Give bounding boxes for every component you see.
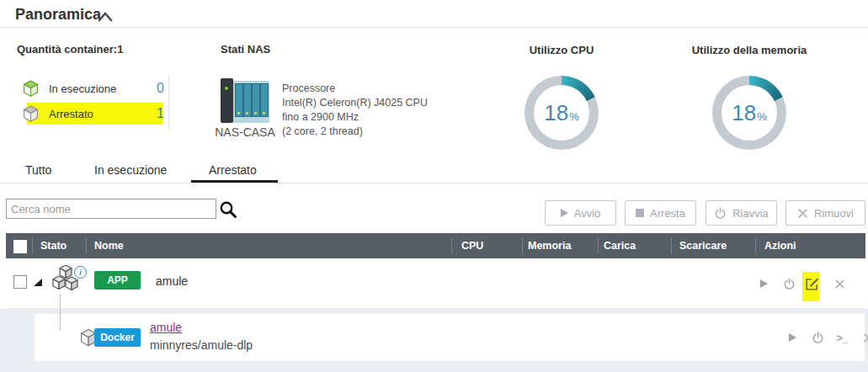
column-header-memory[interactable]: Memoria	[528, 240, 571, 252]
processor-line: Processore	[282, 82, 428, 96]
info-icon[interactable]: i	[74, 266, 87, 279]
restart-button[interactable]: Riavvia	[706, 200, 777, 226]
collapse-section-button[interactable]	[94, 8, 116, 26]
power-icon	[812, 332, 824, 344]
container-station-panel: Panoramica Quantità container:1 In esecu…	[0, 0, 868, 372]
column-header-actions[interactable]: Azioni	[764, 240, 796, 252]
tab-stopped[interactable]: Arrestato	[209, 163, 257, 177]
row-terminal-button[interactable]: >_	[834, 330, 849, 345]
row-checkbox[interactable]	[13, 275, 27, 289]
expand-toggle-icon[interactable]	[34, 279, 42, 286]
stop-button[interactable]: Arresta	[625, 200, 696, 226]
divider	[0, 27, 868, 28]
memory-usage-donut: 18 %	[712, 76, 786, 150]
nas-name: NAS-CASA	[213, 125, 277, 139]
nas-device-icon	[221, 78, 269, 125]
power-icon	[714, 207, 727, 220]
app-name: amule	[156, 274, 188, 288]
status-stopped-count: 1	[157, 106, 164, 121]
edit-icon	[805, 277, 819, 291]
nas-status-title: Stati NAS	[221, 43, 270, 56]
tree-connector-line	[60, 294, 61, 331]
close-icon	[863, 332, 868, 343]
row-close-button[interactable]	[832, 276, 847, 291]
close-icon	[797, 208, 808, 219]
cube-green-icon	[23, 80, 39, 98]
chevron-up-icon	[94, 8, 116, 26]
table-row-container: Docker amule minnyres/amule-dlp >_	[35, 314, 865, 361]
close-icon	[834, 279, 845, 290]
column-header-name[interactable]: Nome	[94, 240, 124, 252]
select-all-checkbox[interactable]	[13, 240, 27, 253]
status-running-row: In esecuzione 0	[23, 79, 166, 98]
search-icon	[218, 199, 238, 220]
power-icon	[783, 278, 796, 290]
row-power-button[interactable]	[810, 330, 825, 345]
container-image-name: minnyres/amule-dlp	[150, 338, 253, 352]
cpu-usage-title: Utilizzo CPU	[498, 44, 625, 56]
terminal-icon: >_	[837, 332, 848, 344]
divider	[0, 183, 868, 183]
remove-button[interactable]: Rimuovi	[785, 200, 865, 226]
container-name-link[interactable]: amule	[150, 321, 182, 334]
start-button-label: Avvio	[574, 207, 601, 220]
stop-button-label: Arresta	[650, 207, 685, 220]
play-icon	[561, 209, 568, 217]
processor-line: Intel(R) Celeron(R) J4025 CPU	[282, 96, 428, 110]
processor-line: (2 core, 2 thread)	[282, 125, 428, 139]
cpu-usage-donut: 18 %	[525, 76, 599, 150]
column-header-cpu[interactable]: CPU	[461, 240, 483, 252]
row-play-button[interactable]	[785, 330, 800, 345]
memory-usage-unit: %	[757, 110, 767, 123]
page-title: Panoramica	[15, 6, 101, 24]
remove-button-label: Rimuovi	[814, 207, 854, 220]
column-header-upload[interactable]: Carica	[604, 240, 636, 252]
row-power-button[interactable]	[781, 276, 796, 291]
search-input[interactable]	[6, 199, 216, 219]
column-header-download[interactable]: Scaricare	[679, 240, 727, 252]
column-header-status[interactable]: Stato	[40, 240, 67, 252]
cube-grey-icon	[23, 105, 39, 123]
memory-usage-title: Utilizzo della memoria	[686, 44, 812, 56]
status-stopped-row: Arrestato 1	[23, 104, 166, 123]
stop-icon	[636, 209, 644, 217]
nas-processor-info: Processore Intel(R) Celeron(R) J4025 CPU…	[282, 82, 428, 139]
cpu-usage-value: 18	[544, 100, 568, 126]
status-running-count: 0	[157, 81, 164, 96]
status-stopped-label: Arrestato	[49, 108, 93, 120]
divider	[168, 76, 169, 130]
search-button[interactable]	[218, 199, 238, 220]
tab-all[interactable]: Tutto	[25, 163, 51, 177]
status-running-label: In esecuzione	[49, 82, 116, 95]
row-play-button[interactable]	[756, 276, 771, 291]
table-header: Stato Nome CPU Memoria Carica Scaricare …	[6, 233, 865, 258]
restart-button-label: Riavvia	[732, 207, 769, 220]
container-quantity-label: Quantità container:1	[17, 43, 123, 56]
cpu-usage-unit: %	[569, 110, 579, 123]
row-close-button[interactable]	[860, 330, 868, 345]
processor-line: fino a 2900 MHz	[282, 110, 428, 125]
row-edit-button[interactable]	[804, 276, 819, 291]
app-badge: APP	[94, 271, 141, 290]
tab-running[interactable]: In esecuzione	[94, 163, 167, 177]
docker-badge: Docker	[94, 328, 141, 347]
table-row-app: i APP amule	[6, 258, 865, 309]
start-button[interactable]: Avvio	[545, 200, 616, 226]
memory-usage-value: 18	[732, 100, 756, 126]
